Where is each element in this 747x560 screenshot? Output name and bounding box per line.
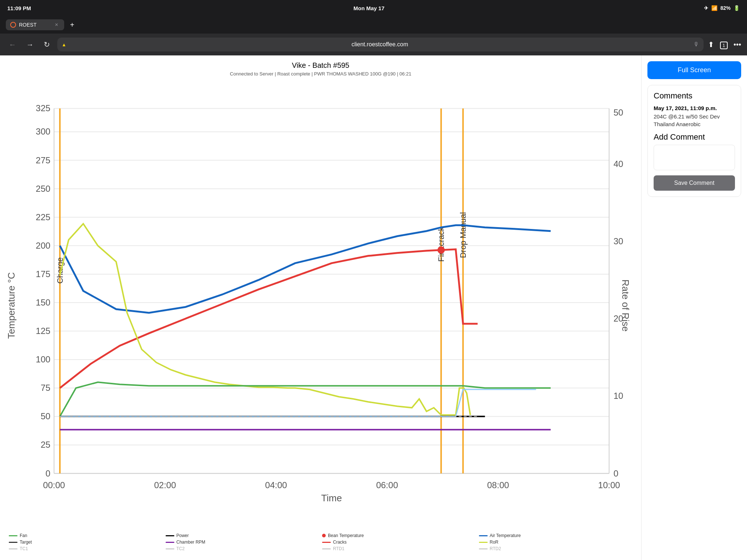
legend-cracks: Cracks <box>322 540 476 545</box>
more-button[interactable]: ••• <box>734 40 741 49</box>
chart-container: 0 25 50 75 100 125 150 175 200 225 250 2… <box>3 81 638 530</box>
svg-text:08:00: 08:00 <box>487 480 509 490</box>
microphone-icon[interactable]: 🎙 <box>693 41 699 48</box>
svg-text:Temperature °C: Temperature °C <box>6 272 17 339</box>
comments-section: Comments May 17, 2021, 11:09 p.m. 204C @… <box>647 85 741 197</box>
chart-subtitle: Connected to Server | Roast complete | P… <box>3 71 638 77</box>
browser-tab[interactable]: ROEST ✕ <box>6 19 64 30</box>
svg-text:Drop Manual: Drop Manual <box>458 212 468 258</box>
browser-actions: ⬆ 1 ••• <box>708 40 741 49</box>
wifi-icon: 📶 <box>711 5 717 11</box>
share-button[interactable]: ⬆ <box>708 40 714 49</box>
legend-bean-temp: Bean Temperature <box>322 533 476 538</box>
tab-bar: ROEST ✕ + <box>0 16 747 34</box>
legend-fan-label: Fan <box>20 533 27 538</box>
legend-tc2-line <box>166 548 174 549</box>
back-button[interactable]: ← <box>6 39 19 50</box>
battery-label: 82% <box>720 5 731 11</box>
svg-text:100: 100 <box>36 354 50 364</box>
legend-ror-label: RoR <box>490 540 499 545</box>
roast-chart: 0 25 50 75 100 125 150 175 200 225 250 2… <box>3 81 638 530</box>
tab-close-button[interactable]: ✕ <box>53 22 60 28</box>
svg-rect-0 <box>54 108 609 495</box>
legend-air-temp: Air Temperature <box>479 533 633 538</box>
legend-tc1-line <box>9 548 18 549</box>
svg-text:150: 150 <box>36 298 50 307</box>
browser-chrome: ← → ↻ ▲ 🎙 ⬆ 1 ••• <box>0 34 747 55</box>
legend-rtd1: RTD1 <box>322 546 476 551</box>
sidebar: Full Screen Comments May 17, 2021, 11:09… <box>641 55 747 560</box>
legend-rtd1-line <box>322 548 331 549</box>
svg-text:300: 300 <box>36 127 50 136</box>
svg-text:200: 200 <box>36 241 50 250</box>
svg-text:25: 25 <box>40 440 50 450</box>
battery-icon: 🔋 <box>734 5 740 11</box>
svg-text:50: 50 <box>614 108 623 117</box>
legend-tc2: TC2 <box>166 546 320 551</box>
chart-area: Vike - Batch #595 Connected to Server | … <box>0 55 641 560</box>
comment-body: 204C @6.21 w/50 Sec Dev Thailand Anaerob… <box>654 113 735 128</box>
svg-text:75: 75 <box>40 383 50 393</box>
svg-text:0: 0 <box>46 468 50 478</box>
legend-ror: RoR <box>479 540 633 545</box>
svg-text:325: 325 <box>36 103 50 113</box>
main-layout: Vike - Batch #595 Connected to Server | … <box>0 55 747 560</box>
airplane-icon: ✈ <box>704 5 708 11</box>
tab-favicon <box>10 22 16 28</box>
svg-text:04:00: 04:00 <box>265 480 287 490</box>
address-bar[interactable]: ▲ 🎙 <box>57 38 704 51</box>
svg-text:275: 275 <box>36 155 50 165</box>
forward-button[interactable]: → <box>23 39 36 50</box>
legend-power-line <box>166 535 174 536</box>
tabs-button[interactable]: 1 <box>720 40 728 49</box>
svg-text:50: 50 <box>40 411 50 421</box>
legend-bean-temp-dot <box>322 534 326 537</box>
save-comment-button[interactable]: Save Comment <box>654 175 735 191</box>
status-day: Mon May 17 <box>353 5 384 11</box>
legend-fan-line <box>9 535 18 536</box>
legend-tc1: TC1 <box>9 546 163 551</box>
legend-target-line <box>9 542 18 543</box>
status-bar: 11:09 PM Mon May 17 ✈ 📶 82% 🔋 <box>0 0 747 16</box>
chart-title: Vike - Batch #595 <box>3 61 638 70</box>
comment-date: May 17, 2021, 11:09 p.m. <box>654 105 735 111</box>
legend-rtd2-line <box>479 548 488 549</box>
svg-text:06:00: 06:00 <box>376 480 398 490</box>
tab-title: ROEST <box>19 22 36 28</box>
svg-text:Firstcrack: Firstcrack <box>437 226 446 261</box>
url-input[interactable] <box>69 41 690 48</box>
legend-tc1-label: TC1 <box>20 546 28 551</box>
fullscreen-button[interactable]: Full Screen <box>647 61 741 79</box>
svg-text:40: 40 <box>614 159 623 169</box>
legend-rtd2-label: RTD2 <box>490 546 501 551</box>
legend-cracks-line <box>322 542 331 543</box>
legend-rtd1-label: RTD1 <box>333 546 344 551</box>
legend-chamber-rpm: Chamber RPM <box>166 540 320 545</box>
legend-fan: Fan <box>9 533 163 538</box>
svg-text:250: 250 <box>36 184 50 194</box>
svg-text:Time: Time <box>321 493 342 503</box>
legend-cracks-label: Cracks <box>333 540 347 545</box>
legend-rtd2: RTD2 <box>479 546 633 551</box>
legend-tc2-label: TC2 <box>177 546 185 551</box>
comments-title: Comments <box>654 91 735 101</box>
svg-text:02:00: 02:00 <box>154 480 176 490</box>
svg-text:175: 175 <box>36 269 50 279</box>
legend-chamber-rpm-line <box>166 542 174 543</box>
svg-text:225: 225 <box>36 212 50 222</box>
comment-input[interactable] <box>654 145 735 170</box>
legend-target: Target <box>9 540 163 545</box>
legend-power-label: Power <box>177 533 189 538</box>
legend-air-temp-line <box>479 535 488 536</box>
svg-text:125: 125 <box>36 326 50 336</box>
reload-button[interactable]: ↻ <box>41 39 53 50</box>
legend-power: Power <box>166 533 320 538</box>
legend-chamber-rpm-label: Chamber RPM <box>177 540 205 545</box>
legend-bean-temp-label: Bean Temperature <box>328 533 364 538</box>
legend-air-temp-label: Air Temperature <box>490 533 521 538</box>
status-time: 11:09 PM <box>7 5 31 11</box>
svg-text:10: 10 <box>614 391 623 401</box>
legend-target-label: Target <box>20 540 32 545</box>
new-tab-button[interactable]: + <box>70 21 74 29</box>
security-warning-icon: ▲ <box>62 42 66 47</box>
